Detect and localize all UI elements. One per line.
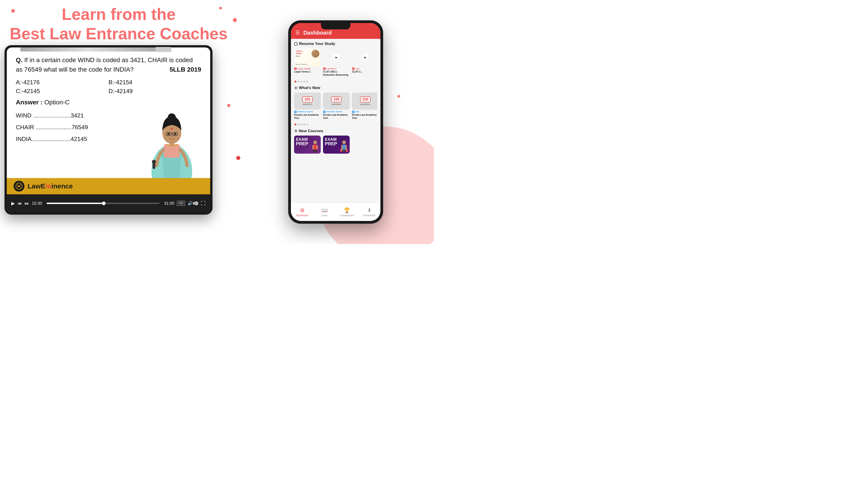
nav-dashboard-label: Dashboard (296, 214, 308, 217)
gen-card-name-2: Kerala Law Academy Test (323, 113, 350, 120)
gen-card-name-1: Kerala Law Academy Test (294, 113, 321, 120)
questions-label-2: questions (332, 103, 341, 105)
left-section: Learn from the Best Law Entrance Coaches… (0, 0, 237, 244)
hamburger-icon[interactable]: ☰ (296, 30, 300, 36)
card-info-3: ▶ LAW CLAT 2... (352, 66, 377, 74)
new-courses-title: ☆ New Courses (294, 129, 377, 133)
whats-new-card-1[interactable]: 100 questions ▶ GENERAL EXAMS Kerala Law… (294, 93, 321, 121)
questions-label-1: questions (303, 103, 312, 105)
video-controls[interactable]: ▶ ⏮ ⏭ 15:30 31:00 HD 🔊 (7, 194, 210, 213)
card-tag-2: ▶ CONTRACT (323, 67, 350, 70)
questions-badge-2: 100 (331, 96, 342, 102)
questions-card-2[interactable]: 100 questions (323, 93, 350, 109)
question-text: Q. If in a certain code WIND is coded as… (16, 55, 201, 74)
dot2-1 (294, 124, 296, 125)
study-card-contract[interactable]: ▶ (323, 48, 350, 66)
whats-new-card-2[interactable]: 100 questions ▶ GENERAL EXAMS Kerala Law… (323, 93, 350, 121)
svg-rect-26 (341, 145, 343, 149)
questions-card-3[interactable]: 100 questions (352, 93, 377, 109)
option-a: A:-42176 (16, 79, 108, 86)
nav-learn-label: Learn (321, 214, 328, 217)
question-year: 5LLB 2019 (169, 65, 201, 74)
questions-card-1[interactable]: 100 questions (294, 93, 321, 109)
headline-line2: Best Law Entrance Coaches (9, 24, 228, 43)
downloads-icon: ⬇ (367, 207, 371, 213)
svg-rect-29 (344, 150, 346, 152)
current-time: 15:30 (32, 201, 42, 206)
fullscreen-button[interactable]: ⛶ (201, 200, 206, 206)
svg-point-9 (167, 133, 170, 135)
svg-point-10 (174, 133, 176, 135)
phone-device: ☰ Dashboard Resume Your Study LEGALTERMP… (288, 20, 383, 224)
option-d: D:-42149 (108, 88, 201, 95)
card-info-2: ▶ CONTRACT CLAT 2021 |Deductive Reasonin… (323, 66, 350, 77)
app-title: Dashboard (303, 30, 332, 36)
svg-rect-22 (313, 150, 315, 152)
play-button-card[interactable]: ▶ (333, 54, 340, 61)
gen-tag-3: ▶ GEN (352, 110, 377, 113)
nav-dashboard[interactable]: ⊞ Dashboard (291, 203, 313, 221)
headline-line1: Learn from the (9, 4, 228, 24)
total-time: 31:00 (164, 201, 174, 206)
nav-learn[interactable]: 📖 Learn (313, 203, 336, 221)
resume-cards-row: LEGALTERMPart-1 By Adv. Dinesh A ▶ LEGAL… (294, 48, 377, 77)
whats-new-card-3[interactable]: 100 questions ▶ GEN Kerala Law Academy T… (352, 93, 377, 121)
bottom-nav: ⊞ Dashboard 📖 Learn 🏆 Leaderboard ⬇ Down… (291, 203, 380, 221)
logo-text: LawEminence (28, 182, 73, 190)
study-card-legal-terms[interactable]: LEGALTERMPart-1 By Adv. Dinesh A (294, 48, 321, 66)
study-card-law[interactable]: ▶ (352, 48, 377, 66)
exam-prep-text-1: EXAMPREP (296, 137, 308, 146)
dot-1 (294, 80, 296, 83)
whats-new-title: ☆ What's New (294, 86, 377, 90)
star-icon: ☆ (294, 86, 298, 90)
dot2-2 (298, 124, 299, 125)
svg-point-5 (171, 128, 173, 130)
svg-rect-20 (312, 145, 314, 149)
whats-new-dots (294, 124, 377, 125)
card-name-1: Legal Terms 1 (294, 70, 321, 73)
gen-card-info-2: ▶ GENERAL EXAMS Kerala Law Academy Test (323, 109, 350, 121)
logo-bar: LawEminence (7, 178, 210, 194)
resume-card-3[interactable]: ▶ ▶ LAW CLAT 2... (352, 48, 377, 77)
nav-leaderboard[interactable]: 🏆 Leaderboard (336, 203, 358, 221)
gen-tag-1: ▶ GENERAL EXAMS (294, 110, 321, 113)
pencil-eraser (156, 47, 171, 52)
resume-card-1[interactable]: LEGALTERMPart-1 By Adv. Dinesh A ▶ LEGAL… (294, 48, 321, 77)
dot2-5 (306, 124, 308, 125)
phone-notch (321, 23, 350, 29)
resume-circle-icon (294, 42, 298, 46)
progress-bar[interactable] (46, 203, 160, 204)
course-card-1[interactable]: EXAMPREP (294, 135, 321, 154)
svg-point-17 (18, 186, 20, 187)
app-content[interactable]: Resume Your Study LEGALTERMPart-1 By Adv… (291, 39, 380, 203)
dot-3 (301, 80, 302, 83)
progress-fill (46, 203, 102, 204)
play-button-card-3[interactable]: ▶ (362, 54, 369, 61)
leaderboard-icon: 🏆 (344, 207, 350, 213)
next-button[interactable]: ⏭ (25, 201, 29, 206)
svg-point-4 (168, 113, 176, 122)
play-button[interactable]: ▶ (11, 201, 15, 206)
dashboard-icon: ⊞ (300, 207, 304, 213)
whats-new-cards-row: 100 questions ▶ GENERAL EXAMS Kerala Law… (294, 93, 377, 121)
gen-card-name-3: Kerala Law Academy Test (352, 113, 377, 120)
volume-control[interactable]: 🔊 (188, 201, 198, 206)
course-card-2[interactable]: EXAMPREP Basic (323, 135, 350, 154)
dot-4 (303, 80, 305, 83)
prev-button[interactable]: ⏮ (18, 201, 22, 206)
pencil (20, 47, 156, 52)
dot2-3 (301, 124, 302, 125)
resume-card-2[interactable]: ▶ ▶ CONTRACT CLAT 2021 |Deductive Reason… (323, 48, 350, 77)
progress-dot (102, 201, 105, 205)
phone-screen: ☰ Dashboard Resume Your Study LEGALTERMP… (291, 23, 380, 221)
gen-tag-2: ▶ GENERAL EXAMS (323, 110, 350, 113)
dot2-4 (303, 124, 305, 125)
svg-rect-27 (345, 145, 347, 149)
resume-study-title: Resume Your Study (294, 41, 377, 46)
card-tag-1: ▶ LEGAL TERMS (294, 67, 321, 70)
question-label: Q. If in a certain code WIND is coded as… (16, 57, 193, 73)
headline: Learn from the Best Law Entrance Coaches (0, 4, 237, 43)
nav-downloads[interactable]: ⬇ Downloads (358, 203, 380, 221)
new-courses-cards-row: EXAMPREP (294, 135, 377, 154)
option-b: B:-42154 (108, 79, 201, 86)
